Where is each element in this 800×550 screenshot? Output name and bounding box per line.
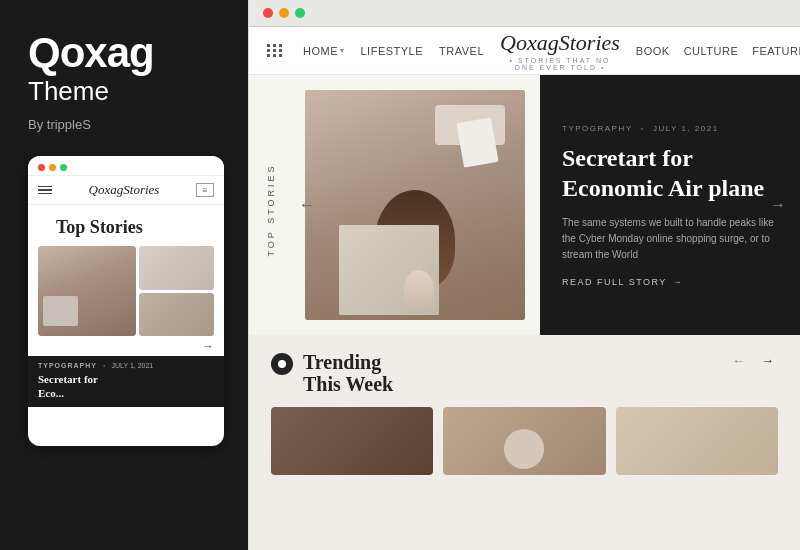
mobile-side-image-top (139, 246, 214, 290)
nav-right: BOOK CULTURE FEATURES ▾ 🔍 (636, 43, 800, 58)
sidebar: Qoxag Theme By trippleS QoxagStories ≡ T… (0, 0, 248, 550)
hero-image-area: ← (289, 75, 540, 335)
hero-prev-arrow[interactable]: ← (299, 196, 315, 214)
hero-date: JULY 1, 2021 (653, 124, 719, 133)
trending-nav: ← → (728, 351, 778, 370)
hero-next-arrow[interactable]: → (770, 196, 786, 214)
hero-tag-row: TYPOGRAPHY • JULY 1, 2021 (562, 124, 778, 133)
grid-icon (267, 44, 283, 57)
mobile-headline: Secretart forEco... (38, 372, 214, 401)
hero-description: The same systems we built to handle peak… (562, 215, 778, 263)
sidebar-by: By trippleS (28, 117, 220, 132)
mobile-main-image (38, 246, 136, 336)
mobile-menu-icon: ≡ (196, 183, 214, 197)
nav-lifestyle[interactable]: LIFESTYLE (361, 45, 424, 57)
site-logo-wrap: QoxagStories • STORIES THAT NO ONE EVER … (500, 30, 620, 71)
site-logo: QoxagStories (500, 30, 620, 56)
nav-book[interactable]: BOOK (636, 45, 670, 57)
site-logo-sub: • STORIES THAT NO ONE EVER TOLD • (500, 57, 620, 71)
mobile-side-images (139, 246, 214, 336)
mobile-date: JULY 1, 2021 (111, 362, 153, 369)
trending-cards (271, 407, 778, 475)
preview-panel: HOME ▾ LIFESTYLE TRAVEL QoxagStories • S… (248, 0, 800, 550)
trending-icon (271, 353, 293, 375)
mobile-top-stories-label: Top Stories (28, 205, 224, 246)
read-more-arrow: → (673, 277, 684, 287)
dot-red (38, 164, 45, 171)
browser-chrome (249, 0, 800, 27)
mobile-preview-card: QoxagStories ≡ Top Stories → TYPOGRAPHY (28, 156, 224, 446)
mobile-tag: TYPOGRAPHY (38, 362, 97, 369)
mobile-separator: • (103, 362, 105, 369)
trend-card-3[interactable] (616, 407, 778, 475)
trending-prev-arrow[interactable]: ← (728, 351, 749, 370)
mobile-top-stories-text: Top Stories (42, 211, 210, 242)
mobile-side-image-bottom (139, 293, 214, 337)
trending-section: TrendingThis Week ← → (249, 335, 800, 550)
hero-read-more-link[interactable]: READ FULL STORY → (562, 277, 778, 287)
dot-green (60, 164, 67, 171)
trend-card-1[interactable] (271, 407, 433, 475)
sidebar-title: Qoxag (28, 32, 220, 74)
mobile-hamburger-icon (38, 186, 52, 195)
hero-tag-label: TYPOGRAPHY (562, 124, 633, 133)
hero-label: Top Stories (266, 163, 276, 256)
hero-title: Secretart for Economic Air plane (562, 143, 778, 203)
dot-yellow (49, 164, 56, 171)
trending-icon-inner (278, 360, 286, 368)
hero-left: Top Stories (249, 75, 540, 335)
browser-dot-yellow (279, 8, 289, 18)
home-chevron: ▾ (340, 46, 345, 55)
nav-culture[interactable]: CULTURE (684, 45, 739, 57)
mobile-bottom-info: TYPOGRAPHY • JULY 1, 2021 Secretart forE… (28, 356, 224, 407)
browser-dot-green (295, 8, 305, 18)
mobile-next-arrow: → (28, 336, 224, 356)
trend-card-2[interactable] (443, 407, 605, 475)
trending-header: TrendingThis Week ← → (271, 351, 778, 395)
trending-title-wrap: TrendingThis Week (271, 351, 393, 395)
mobile-nav: QoxagStories ≡ (28, 176, 224, 205)
nav-features[interactable]: FEATURES ▾ (752, 45, 800, 57)
hero-overlay-image (339, 225, 439, 315)
trending-title: TrendingThis Week (303, 351, 393, 395)
mobile-tag-row: TYPOGRAPHY • JULY 1, 2021 (38, 362, 214, 369)
trending-next-arrow[interactable]: → (757, 351, 778, 370)
nav-travel[interactable]: TRAVEL (439, 45, 484, 57)
mobile-logo: QoxagStories (89, 182, 160, 198)
mobile-window-bar (28, 156, 224, 176)
hero-right: TYPOGRAPHY • JULY 1, 2021 Secretart for … (540, 75, 800, 335)
nav-home[interactable]: HOME ▾ (303, 45, 345, 57)
site-nav: HOME ▾ LIFESTYLE TRAVEL QoxagStories • S… (249, 27, 800, 75)
sidebar-subtitle: Theme (28, 76, 220, 107)
hero-section: Top Stories (249, 75, 800, 335)
mobile-image-grid (28, 246, 224, 336)
browser-dot-red (263, 8, 273, 18)
